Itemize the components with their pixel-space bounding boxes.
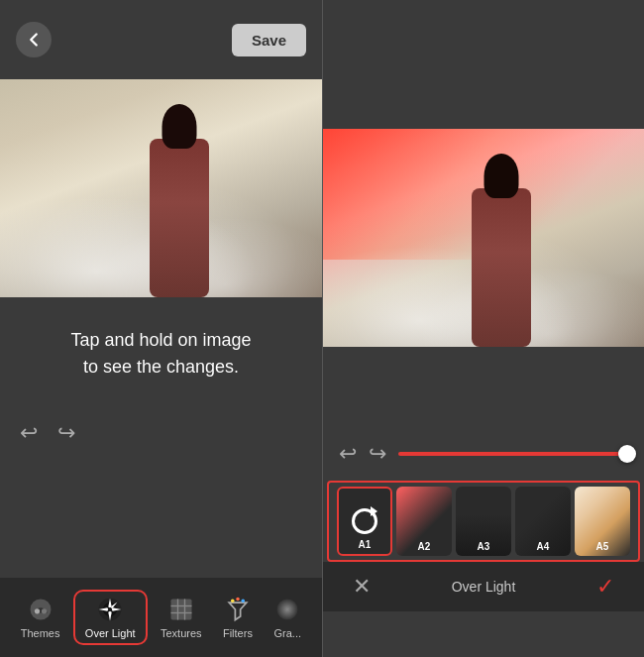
save-button[interactable]: Save [232, 24, 306, 56]
textures-label: Textures [161, 627, 202, 639]
filter-a2-label: A2 [396, 541, 452, 552]
filter-item-a5[interactable]: A5 [575, 487, 630, 556]
filter-item-a4[interactable]: A4 [515, 487, 571, 556]
themes-icon [27, 596, 54, 623]
confirm-button[interactable]: ✓ [596, 574, 614, 600]
reset-arrow [371, 506, 377, 516]
svg-rect-5 [170, 600, 191, 620]
left-toolbar: Themes Over Light Te [0, 578, 322, 657]
back-icon [23, 29, 45, 51]
left-panel: Save Tap and hold on imageto see the cha… [0, 0, 322, 657]
svg-point-12 [241, 600, 245, 603]
reset-icon [352, 508, 377, 534]
filter-a4-label: A4 [515, 541, 571, 552]
toolbar-item-gradient[interactable]: Gra... [266, 592, 309, 643]
left-image-area: Tap and hold on imageto see the changes.… [0, 79, 322, 578]
filters-icon [224, 596, 252, 623]
right-bottom-space [323, 347, 644, 426]
right-girl-figure [457, 149, 546, 347]
right-photo-content [323, 129, 644, 347]
textures-icon [167, 596, 195, 623]
right-undo-button[interactable]: ↩ [339, 441, 357, 467]
right-redo-button[interactable]: ↪ [369, 441, 386, 467]
girl-hair [161, 104, 196, 149]
intensity-slider-track[interactable] [398, 452, 628, 456]
back-button[interactable] [16, 22, 52, 57]
left-photo [0, 79, 322, 297]
intensity-slider-thumb[interactable] [618, 445, 636, 463]
right-girl-hair [484, 154, 519, 198]
right-top-space [323, 0, 644, 129]
toolbar-item-textures[interactable]: Textures [153, 592, 210, 643]
filter-a3-label: A3 [456, 541, 511, 552]
girl-body [150, 139, 209, 297]
cancel-button[interactable]: ✕ [353, 574, 371, 600]
toolbar-item-over-light[interactable]: Over Light [73, 590, 148, 645]
svg-point-1 [34, 608, 39, 613]
redo-button[interactable]: ↪ [57, 420, 75, 446]
filter-a1-label: A1 [339, 539, 390, 550]
svg-point-10 [231, 600, 235, 603]
filter-item-a1[interactable]: A1 [337, 487, 392, 556]
filter-strip: A1 A2 A3 A4 A5 [327, 481, 640, 562]
svg-point-11 [236, 598, 240, 602]
toolbar-item-themes[interactable]: Themes [13, 592, 68, 643]
over-light-icon [96, 596, 124, 623]
left-photo-content [0, 79, 322, 297]
filters-label: Filters [223, 627, 253, 639]
left-header: Save [0, 0, 322, 79]
right-panel: ↩ ↪ A1 A2 A3 A4 A5 [322, 0, 644, 657]
action-title: Over Light [452, 579, 516, 595]
right-controls: ↩ ↪ [323, 426, 644, 481]
right-photo [323, 129, 644, 347]
filter-item-a2[interactable]: A2 [396, 487, 452, 556]
right-girl-body [472, 188, 531, 347]
undo-button[interactable]: ↩ [20, 420, 38, 446]
filter-a5-label: A5 [575, 541, 630, 552]
toolbar-item-filters[interactable]: Filters [215, 592, 261, 643]
gradient-icon [273, 596, 301, 623]
gradient-label: Gra... [274, 627, 302, 639]
svg-point-13 [277, 600, 298, 620]
caption-text: Tap and hold on imageto see the changes. [70, 330, 251, 377]
filter-item-a3[interactable]: A3 [456, 487, 511, 556]
action-bar: ✕ Over Light ✓ [323, 562, 644, 611]
over-light-label: Over Light [85, 627, 136, 639]
left-undo-redo: ↩ ↪ [0, 410, 322, 466]
girl-figure [135, 99, 224, 297]
themes-label: Themes [21, 627, 60, 639]
svg-point-2 [41, 608, 46, 613]
left-caption: Tap and hold on imageto see the changes. [0, 297, 322, 410]
